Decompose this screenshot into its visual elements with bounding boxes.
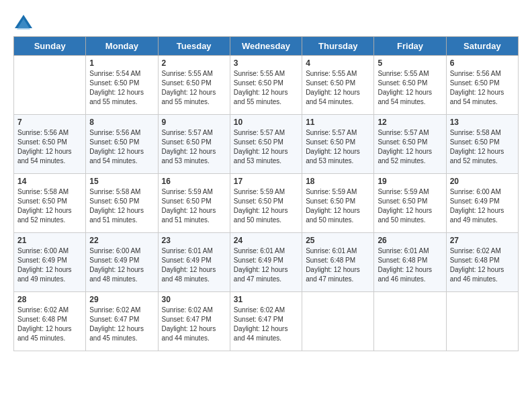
day-number: 16 — [162, 177, 226, 186]
day-number: 24 — [234, 236, 298, 245]
day-number: 9 — [162, 118, 226, 127]
day-number: 31 — [234, 295, 298, 304]
day-info: Sunrise: 5:55 AM Sunset: 6:50 PM Dayligh… — [162, 69, 226, 107]
calendar-week-row: 1Sunrise: 5:54 AM Sunset: 6:50 PM Daylig… — [14, 56, 519, 115]
calendar-day-26: 26Sunrise: 6:01 AM Sunset: 6:48 PM Dayli… — [374, 233, 446, 292]
calendar-day-29: 29Sunrise: 6:02 AM Sunset: 6:47 PM Dayli… — [86, 292, 158, 351]
day-number: 27 — [450, 236, 515, 245]
calendar-day-24: 24Sunrise: 6:01 AM Sunset: 6:49 PM Dayli… — [230, 233, 302, 292]
day-info: Sunrise: 6:00 AM Sunset: 6:49 PM Dayligh… — [450, 187, 515, 225]
day-number: 18 — [306, 177, 370, 186]
day-number: 17 — [234, 177, 298, 186]
calendar-day-28: 28Sunrise: 6:02 AM Sunset: 6:48 PM Dayli… — [14, 292, 86, 351]
logo — [13, 13, 36, 34]
calendar-day-23: 23Sunrise: 6:01 AM Sunset: 6:49 PM Dayli… — [158, 233, 230, 292]
col-header-tuesday: Tuesday — [158, 37, 230, 56]
day-number: 15 — [89, 177, 154, 186]
calendar-day-18: 18Sunrise: 5:59 AM Sunset: 6:50 PM Dayli… — [302, 174, 374, 233]
calendar-week-row: 14Sunrise: 5:58 AM Sunset: 6:50 PM Dayli… — [14, 174, 519, 233]
logo-icon — [13, 13, 34, 34]
day-number: 10 — [234, 118, 298, 127]
col-header-sunday: Sunday — [14, 37, 86, 56]
day-number: 13 — [450, 118, 515, 127]
day-number: 14 — [17, 177, 82, 186]
calendar-day-17: 17Sunrise: 5:59 AM Sunset: 6:50 PM Dayli… — [230, 174, 302, 233]
day-number: 3 — [234, 58, 298, 68]
day-number: 19 — [378, 177, 442, 186]
calendar-day-1: 1Sunrise: 5:54 AM Sunset: 6:50 PM Daylig… — [86, 56, 158, 115]
day-info: Sunrise: 5:56 AM Sunset: 6:50 PM Dayligh… — [89, 128, 154, 166]
day-info: Sunrise: 5:55 AM Sunset: 6:50 PM Dayligh… — [234, 69, 298, 107]
day-info: Sunrise: 6:01 AM Sunset: 6:49 PM Dayligh… — [234, 246, 298, 284]
calendar-day-27: 27Sunrise: 6:02 AM Sunset: 6:48 PM Dayli… — [446, 233, 518, 292]
day-info: Sunrise: 6:02 AM Sunset: 6:48 PM Dayligh… — [17, 306, 82, 343]
calendar-day-2: 2Sunrise: 5:55 AM Sunset: 6:50 PM Daylig… — [158, 56, 230, 115]
day-info: Sunrise: 5:57 AM Sunset: 6:50 PM Dayligh… — [378, 128, 442, 166]
day-info: Sunrise: 5:55 AM Sunset: 6:50 PM Dayligh… — [306, 69, 370, 107]
day-info: Sunrise: 6:01 AM Sunset: 6:48 PM Dayligh… — [306, 246, 370, 284]
day-info: Sunrise: 5:57 AM Sunset: 6:50 PM Dayligh… — [162, 128, 226, 166]
calendar-empty-cell — [374, 292, 446, 351]
calendar-day-8: 8Sunrise: 5:56 AM Sunset: 6:50 PM Daylig… — [86, 115, 158, 174]
day-info: Sunrise: 5:58 AM Sunset: 6:50 PM Dayligh… — [17, 187, 82, 225]
calendar-day-25: 25Sunrise: 6:01 AM Sunset: 6:48 PM Dayli… — [302, 233, 374, 292]
day-info: Sunrise: 6:01 AM Sunset: 6:49 PM Dayligh… — [162, 246, 226, 284]
calendar-day-21: 21Sunrise: 6:00 AM Sunset: 6:49 PM Dayli… — [14, 233, 86, 292]
calendar-week-row: 21Sunrise: 6:00 AM Sunset: 6:49 PM Dayli… — [14, 233, 519, 292]
day-info: Sunrise: 6:02 AM Sunset: 6:48 PM Dayligh… — [450, 246, 515, 284]
calendar-week-row: 28Sunrise: 6:02 AM Sunset: 6:48 PM Dayli… — [14, 292, 519, 351]
calendar-day-6: 6Sunrise: 5:56 AM Sunset: 6:50 PM Daylig… — [446, 56, 518, 115]
calendar-day-5: 5Sunrise: 5:55 AM Sunset: 6:50 PM Daylig… — [374, 56, 446, 115]
col-header-saturday: Saturday — [446, 37, 518, 56]
day-number: 1 — [89, 58, 154, 68]
calendar-day-10: 10Sunrise: 5:57 AM Sunset: 6:50 PM Dayli… — [230, 115, 302, 174]
day-info: Sunrise: 6:01 AM Sunset: 6:48 PM Dayligh… — [378, 246, 442, 284]
calendar-day-16: 16Sunrise: 5:59 AM Sunset: 6:50 PM Dayli… — [158, 174, 230, 233]
day-number: 8 — [89, 118, 154, 127]
calendar-day-12: 12Sunrise: 5:57 AM Sunset: 6:50 PM Dayli… — [374, 115, 446, 174]
calendar-day-11: 11Sunrise: 5:57 AM Sunset: 6:50 PM Dayli… — [302, 115, 374, 174]
day-number: 25 — [306, 236, 370, 245]
day-info: Sunrise: 5:59 AM Sunset: 6:50 PM Dayligh… — [162, 187, 226, 225]
day-number: 7 — [17, 118, 82, 127]
day-number: 20 — [450, 177, 515, 186]
day-number: 28 — [17, 295, 82, 304]
day-info: Sunrise: 5:57 AM Sunset: 6:50 PM Dayligh… — [234, 128, 298, 166]
day-info: Sunrise: 6:02 AM Sunset: 6:47 PM Dayligh… — [162, 306, 226, 343]
day-info: Sunrise: 5:59 AM Sunset: 6:50 PM Dayligh… — [378, 187, 442, 225]
calendar-empty-cell — [14, 56, 86, 115]
calendar-day-19: 19Sunrise: 5:59 AM Sunset: 6:50 PM Dayli… — [374, 174, 446, 233]
day-info: Sunrise: 6:02 AM Sunset: 6:47 PM Dayligh… — [234, 306, 298, 343]
calendar-table: SundayMondayTuesdayWednesdayThursdayFrid… — [13, 36, 519, 351]
calendar-day-20: 20Sunrise: 6:00 AM Sunset: 6:49 PM Dayli… — [446, 174, 518, 233]
col-header-monday: Monday — [86, 37, 158, 56]
day-info: Sunrise: 6:00 AM Sunset: 6:49 PM Dayligh… — [17, 246, 82, 284]
day-info: Sunrise: 5:59 AM Sunset: 6:50 PM Dayligh… — [234, 187, 298, 225]
day-info: Sunrise: 5:54 AM Sunset: 6:50 PM Dayligh… — [89, 69, 154, 107]
day-number: 30 — [162, 295, 226, 304]
day-info: Sunrise: 5:59 AM Sunset: 6:50 PM Dayligh… — [306, 187, 370, 225]
day-info: Sunrise: 5:56 AM Sunset: 6:50 PM Dayligh… — [17, 128, 82, 166]
calendar-day-4: 4Sunrise: 5:55 AM Sunset: 6:50 PM Daylig… — [302, 56, 374, 115]
calendar-day-31: 31Sunrise: 6:02 AM Sunset: 6:47 PM Dayli… — [230, 292, 302, 351]
day-number: 5 — [378, 58, 442, 68]
col-header-wednesday: Wednesday — [230, 37, 302, 56]
day-number: 21 — [17, 236, 82, 245]
day-info: Sunrise: 5:56 AM Sunset: 6:50 PM Dayligh… — [450, 69, 515, 107]
calendar-day-15: 15Sunrise: 5:58 AM Sunset: 6:50 PM Dayli… — [86, 174, 158, 233]
calendar-day-14: 14Sunrise: 5:58 AM Sunset: 6:50 PM Dayli… — [14, 174, 86, 233]
day-info: Sunrise: 5:58 AM Sunset: 6:50 PM Dayligh… — [89, 187, 154, 225]
day-number: 23 — [162, 236, 226, 245]
col-header-friday: Friday — [374, 37, 446, 56]
calendar-header-row: SundayMondayTuesdayWednesdayThursdayFrid… — [14, 37, 519, 56]
calendar-empty-cell — [446, 292, 518, 351]
day-info: Sunrise: 6:02 AM Sunset: 6:47 PM Dayligh… — [89, 306, 154, 343]
day-info: Sunrise: 6:00 AM Sunset: 6:49 PM Dayligh… — [89, 246, 154, 284]
calendar-day-22: 22Sunrise: 6:00 AM Sunset: 6:49 PM Dayli… — [86, 233, 158, 292]
day-info: Sunrise: 5:57 AM Sunset: 6:50 PM Dayligh… — [306, 128, 370, 166]
day-number: 26 — [378, 236, 442, 245]
calendar-week-row: 7Sunrise: 5:56 AM Sunset: 6:50 PM Daylig… — [14, 115, 519, 174]
day-number: 11 — [306, 118, 370, 127]
day-number: 12 — [378, 118, 442, 127]
day-number: 2 — [162, 58, 226, 68]
